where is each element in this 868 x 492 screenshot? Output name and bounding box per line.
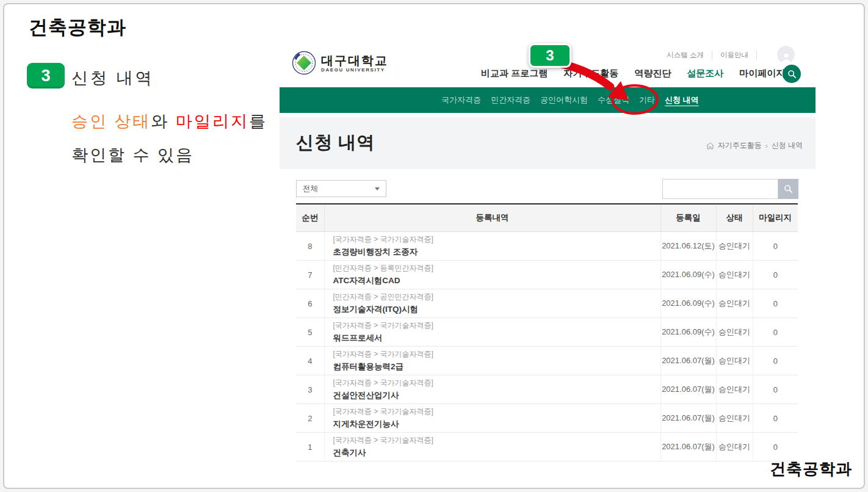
- step-description-line1: 승인 상태와 마일리지를: [71, 110, 267, 132]
- search-icon: [784, 184, 793, 194]
- avatar[interactable]: [777, 46, 795, 63]
- subnav-award-record[interactable]: 수상실적: [598, 95, 629, 106]
- university-logo[interactable]: 대구대학교 DAEGU UNIVERSITY: [292, 51, 388, 75]
- row-number: 8: [296, 232, 324, 261]
- table-row[interactable]: 2 [국가자격증 > 국가기술자격증] 지게차운전기능사 2021.06.07(…: [296, 404, 798, 433]
- annotation-step-badge: 3: [529, 43, 571, 68]
- row-detail: [국가자격증 > 국가기술자격증] 지게차운전기능사: [324, 404, 660, 433]
- row-mileage: 0: [753, 347, 798, 375]
- row-mileage: 0: [753, 433, 798, 461]
- page-title-bar: 신청 내역 자기주도활동 › 신청 내역: [280, 117, 816, 169]
- slide-title: 건축공학과: [29, 15, 126, 40]
- row-number: 7: [296, 261, 324, 289]
- search-input[interactable]: [662, 179, 778, 199]
- row-date: 2021.06.07(월): [660, 404, 716, 433]
- desc-mileage-text: 마일리지: [176, 112, 249, 131]
- row-number: 4: [296, 347, 324, 375]
- col-header-mileage: 마일리지: [753, 204, 798, 232]
- row-name[interactable]: 초경량비행장치 조종자: [333, 247, 660, 258]
- link-usage-guide[interactable]: 이용안내: [712, 51, 757, 60]
- subnav-national-certificate[interactable]: 국가자격증: [441, 95, 481, 106]
- row-date: 2021.06.09(수): [660, 261, 716, 289]
- row-name[interactable]: 지게차운전기능사: [333, 419, 660, 430]
- logo-korean-name: 대구대학교: [321, 54, 388, 67]
- row-category: [민간자격증 > 공인민간자격증]: [333, 292, 660, 302]
- col-header-detail: 등록내역: [324, 204, 660, 232]
- row-date: 2021.06.07(월): [660, 433, 716, 461]
- home-icon[interactable]: [706, 142, 714, 150]
- row-mileage: 0: [753, 261, 798, 289]
- row-status: 승인대기: [716, 433, 753, 461]
- row-detail: [민간자격증 > 공인민간자격증] 정보기술자격(ITQ)시험: [324, 289, 660, 318]
- row-number: 3: [296, 375, 324, 404]
- row-detail: [국가자격증 > 국가기술자격증] 초경량비행장치 조종자: [324, 232, 660, 261]
- subnav-etc[interactable]: 기타: [639, 95, 655, 106]
- table-header-row: 순번 등록내역 등록일 상태 마일리지: [296, 204, 798, 232]
- table-search-button[interactable]: [778, 179, 798, 199]
- breadcrumb-item-parent[interactable]: 자기주도활동: [718, 140, 762, 151]
- application-history-table: 순번 등록내역 등록일 상태 마일리지 8 [국가자격증 > 국가기술자격증] …: [296, 203, 798, 461]
- row-name[interactable]: 워드프로세서: [333, 333, 660, 344]
- row-name[interactable]: 컴퓨터활용능력2급: [333, 361, 660, 372]
- nav-item-competency-diagnosis[interactable]: 역량진단: [634, 68, 671, 79]
- subnav-private-certificate[interactable]: 민간자격증: [491, 95, 530, 106]
- table-row[interactable]: 7 [민간자격증 > 등록민간자격증] ATC자격시험CAD 2021.06.0…: [296, 261, 798, 289]
- col-header-no: 순번: [296, 204, 324, 232]
- row-date: 2021.06.09(수): [660, 318, 716, 347]
- subnav-application-history[interactable]: 신청 내역: [665, 95, 699, 106]
- table-row[interactable]: 5 [국가자격증 > 국가기술자격증] 워드프로세서 2021.06.09(수)…: [296, 318, 798, 347]
- sub-nav: 국가자격증 민간자격증 공인어학시험 수상실적 기타 신청 내역: [280, 87, 816, 113]
- row-mileage: 0: [753, 318, 798, 347]
- subnav-language-test[interactable]: 공인어학시험: [540, 95, 588, 106]
- row-status: 승인대기: [716, 289, 753, 318]
- link-system-intro[interactable]: 시스템 소개: [659, 51, 712, 60]
- row-status: 승인대기: [716, 318, 753, 347]
- nav-item-self-directed-activity[interactable]: 자기주도활동: [563, 68, 618, 79]
- nav-item-survey[interactable]: 설문조사: [687, 68, 723, 79]
- breadcrumb-item-current: 신청 내역: [772, 140, 803, 151]
- row-status: 승인대기: [716, 404, 753, 433]
- row-name[interactable]: 건축기사: [333, 447, 660, 458]
- row-detail: [국가자격증 > 국가기술자격증] 건축기사: [324, 433, 660, 461]
- desc-text: 를: [249, 112, 267, 131]
- filter-select-value: 전체: [303, 184, 318, 194]
- row-name[interactable]: 건설안전산업기사: [333, 390, 660, 401]
- row-name[interactable]: 정보기술자격(ITQ)시험: [333, 304, 660, 315]
- nav-item-extracurricular-program[interactable]: 비교과 프로그램: [481, 68, 548, 79]
- step-number-badge: 3: [27, 63, 65, 89]
- col-header-status: 상태: [716, 204, 753, 232]
- table-row[interactable]: 1 [국가자격증 > 국가기술자격증] 건축기사 2021.06.07(월) 승…: [296, 433, 798, 461]
- row-mileage: 0: [753, 404, 798, 433]
- row-mileage: 0: [753, 375, 798, 404]
- row-date: 2021.06.09(수): [660, 289, 716, 318]
- logo-english-name: DAEGU UNIVERSITY: [321, 67, 388, 73]
- row-number: 6: [296, 289, 324, 318]
- table-row[interactable]: 4 [국가자격증 > 국가기술자격증] 컴퓨터활용능력2급 2021.06.07…: [296, 347, 798, 375]
- row-number: 2: [296, 404, 324, 433]
- filter-select[interactable]: 전체: [296, 180, 386, 197]
- row-status: 승인대기: [716, 375, 753, 404]
- row-category: [국가자격증 > 국가기술자격증]: [333, 435, 660, 446]
- row-category: [민간자격증 > 등록민간자격증]: [333, 263, 660, 273]
- university-emblem-icon: [292, 51, 316, 75]
- table-row[interactable]: 8 [국가자격증 > 국가기술자격증] 초경량비행장치 조종자 2021.06.…: [296, 232, 798, 261]
- row-category: [국가자격증 > 국가기술자격증]: [333, 320, 660, 331]
- row-mileage: 0: [753, 232, 798, 261]
- breadcrumb: 자기주도활동 › 신청 내역: [706, 140, 803, 151]
- nav-item-mypage[interactable]: 마이페이지: [739, 68, 785, 79]
- table-row[interactable]: 6 [민간자격증 > 공인민간자격증] 정보기술자격(ITQ)시험 2021.0…: [296, 289, 798, 318]
- row-mileage: 0: [753, 289, 798, 318]
- desc-text: 와: [151, 112, 176, 131]
- desc-approval-status-text: 승인 상태: [71, 112, 151, 131]
- slide-footer: 건축공학과: [770, 458, 852, 480]
- global-search-button[interactable]: [783, 65, 801, 83]
- breadcrumb-separator: ›: [765, 142, 768, 150]
- row-name[interactable]: ATC자격시험CAD: [333, 275, 660, 286]
- col-header-date: 등록일: [660, 204, 716, 232]
- row-number: 1: [296, 433, 324, 461]
- search-icon: [787, 70, 797, 79]
- row-number: 5: [296, 318, 324, 347]
- app-screenshot: 대구대학교 DAEGU UNIVERSITY 시스템 소개 이용안내 비교과 프…: [280, 43, 816, 464]
- table-row[interactable]: 3 [국가자격증 > 국가기술자격증] 건설안전산업기사 2021.06.07(…: [296, 375, 798, 404]
- row-detail: [국가자격증 > 국가기술자격증] 워드프로세서: [324, 318, 660, 347]
